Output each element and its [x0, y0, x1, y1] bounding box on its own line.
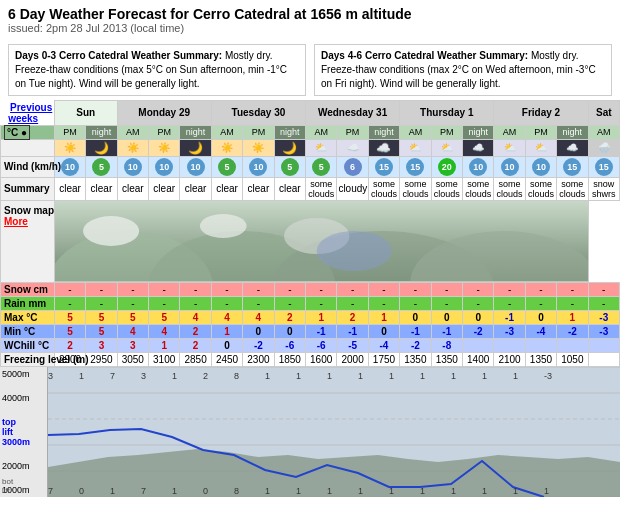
wind-val-16: 15 — [563, 158, 581, 176]
svg-text:1: 1 — [513, 486, 518, 496]
time-am-wed: AM — [306, 125, 337, 139]
time-am-thu: AM — [400, 125, 431, 139]
chart-label-4000: 4000m — [2, 393, 45, 403]
time-pm-tue: PM — [243, 125, 274, 139]
chart-label-2000: 2000m — [2, 461, 45, 471]
chart-bot-label: botlift — [0, 477, 13, 495]
icon-thu-night: ☁️ — [462, 139, 493, 156]
snow-cm-row: Snow cm ------ ------ ------ — [1, 282, 620, 296]
time-am-mon: AM — [117, 125, 148, 139]
time-am-tue: AM — [211, 125, 242, 139]
icon-tue-night: 🌙 — [274, 139, 305, 156]
sum-13: some clouds — [462, 177, 493, 200]
icon-sun-pm: ☀️ — [54, 139, 85, 156]
time-am-sat: AM — [588, 125, 619, 139]
svg-text:7: 7 — [48, 486, 53, 496]
svg-text:1: 1 — [451, 371, 456, 381]
icon-sat-am: 🌨️ — [588, 139, 619, 156]
svg-text:8: 8 — [234, 486, 239, 496]
wind-val-14: 10 — [501, 158, 519, 176]
svg-text:1: 1 — [358, 486, 363, 496]
icon-fri-pm: ⛅ — [525, 139, 556, 156]
wind-val-8: 5 — [312, 158, 330, 176]
wind-val-17: 15 — [595, 158, 613, 176]
svg-text:1: 1 — [327, 371, 332, 381]
svg-text:0: 0 — [203, 486, 208, 496]
time-am-fri: AM — [494, 125, 525, 139]
svg-text:1: 1 — [513, 371, 518, 381]
time-pm-thu: PM — [431, 125, 462, 139]
wind-row-label: Wind (km/h) — [1, 156, 55, 177]
more-link[interactable]: More — [4, 216, 28, 227]
wind-val-6: 10 — [249, 158, 267, 176]
svg-text:1: 1 — [110, 486, 115, 496]
svg-text:1: 1 — [327, 486, 332, 496]
wind-val-12: 20 — [438, 158, 456, 176]
sum-12: some clouds — [431, 177, 462, 200]
day-wed: Wednesday 31 — [306, 101, 400, 126]
time-pm-wed: PM — [337, 125, 368, 139]
svg-text:1: 1 — [172, 371, 177, 381]
svg-text:8: 8 — [234, 371, 239, 381]
sum-14: some clouds — [494, 177, 525, 200]
summary-box-days03: Days 0-3 Cerro Catedral Weather Summary:… — [8, 44, 306, 96]
rain-mm-label: Rain mm — [1, 296, 55, 310]
svg-point-5 — [83, 216, 139, 246]
header: 6 Day Weather Forecast for Cerro Catedra… — [0, 0, 620, 100]
wind-val-1: 5 — [92, 158, 110, 176]
icon-wed-pm: ☁️ — [337, 139, 368, 156]
svg-text:1: 1 — [389, 371, 394, 381]
sum-8: some clouds — [306, 177, 337, 200]
icon-mon-pm: ☀️ — [149, 139, 180, 156]
prev-weeks-link[interactable]: Previous weeks — [2, 100, 52, 126]
time-night-tue: night — [274, 125, 305, 139]
sum-1: clear — [86, 177, 117, 200]
icon-fri-am: ⛅ — [494, 139, 525, 156]
wind-val-4: 10 — [187, 158, 205, 176]
wind-val-5: 5 — [218, 158, 236, 176]
icon-wed-am: ⛅ — [306, 139, 337, 156]
unit-toggle[interactable]: °C ● — [1, 125, 55, 139]
freezing-level-row: Freezing level (m) 2900 2950 3050 3100 2… — [1, 352, 620, 366]
svg-text:0: 0 — [79, 486, 84, 496]
svg-text:1: 1 — [389, 486, 394, 496]
day-fri: Friday 2 — [494, 101, 588, 126]
sum-4: clear — [180, 177, 211, 200]
sum-3: clear — [149, 177, 180, 200]
wind-val-13: 10 — [469, 158, 487, 176]
page-title: 6 Day Weather Forecast for Cerro Catedra… — [8, 6, 612, 22]
svg-text:1: 1 — [296, 371, 301, 381]
svg-text:1: 1 — [482, 371, 487, 381]
day-tue: Tuesday 30 — [211, 101, 305, 126]
rain-mm-row: Rain mm ------ ------ ------ — [1, 296, 620, 310]
wind-val-0: 10 — [61, 158, 79, 176]
sum-6: clear — [243, 177, 274, 200]
svg-text:1: 1 — [420, 371, 425, 381]
summary-row-label: Summary — [1, 177, 55, 200]
svg-text:3: 3 — [141, 371, 146, 381]
svg-text:1: 1 — [79, 371, 84, 381]
svg-text:1: 1 — [265, 371, 270, 381]
wind-val-9: 6 — [344, 158, 362, 176]
icon-mon-am: ☀️ — [117, 139, 148, 156]
summary-row: Summary clear clear clear clear clear cl… — [1, 177, 620, 200]
icon-sun-night: 🌙 — [86, 139, 117, 156]
prev-weeks-cell: Previous weeks — [1, 101, 55, 126]
svg-text:1: 1 — [358, 371, 363, 381]
icon-mon-night: 🌙 — [180, 139, 211, 156]
svg-text:1: 1 — [172, 486, 177, 496]
chart-label-3000: toplift3000m — [2, 417, 45, 447]
day-sat: Sat — [588, 101, 619, 126]
svg-text:-3: -3 — [544, 371, 552, 381]
min-temp-row: Min °C 5 5 4 4 2 1 0 0 -1 -1 0 -1 -1 -2 … — [1, 324, 620, 338]
wind-val-3: 10 — [155, 158, 173, 176]
forecast-table: Previous weeks Sun Monday 29 Tuesday 30 … — [0, 100, 620, 367]
issued-time: issued: 2pm 28 Jul 2013 (local time) — [8, 22, 612, 34]
svg-text:7: 7 — [141, 486, 146, 496]
time-pm-fri: PM — [525, 125, 556, 139]
icon-tue-pm: ☀️ — [243, 139, 274, 156]
freezing-label: Freezing level (m) — [1, 352, 55, 366]
sum-17: snow shwrs — [588, 177, 619, 200]
sum-10: some clouds — [368, 177, 399, 200]
snow-map-image — [54, 200, 588, 282]
